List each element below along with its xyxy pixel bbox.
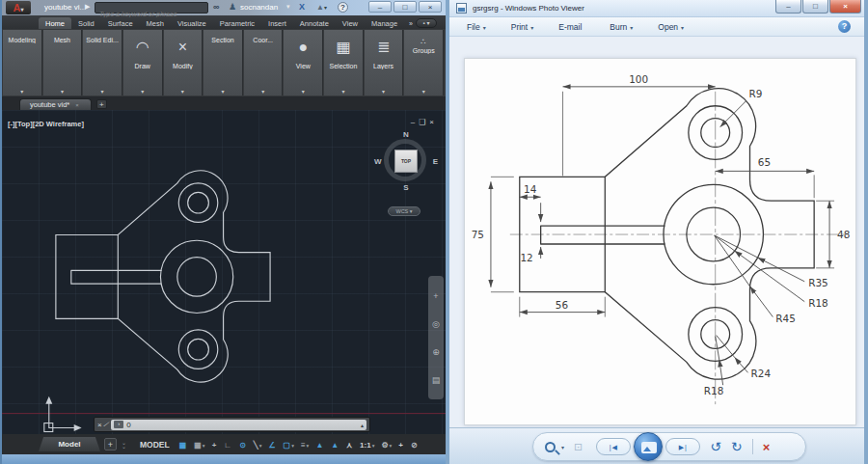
history-up-icon[interactable]: ▴ xyxy=(361,422,364,428)
new-tab-button[interactable]: + xyxy=(96,99,107,109)
close-button[interactable]: × xyxy=(419,1,442,13)
model-tab[interactable]: Model xyxy=(39,437,100,451)
binoculars-icon[interactable]: ∞ xyxy=(213,2,219,12)
status-toggle-icon[interactable]: + xyxy=(398,440,404,450)
ribbon-tab[interactable]: Annotate xyxy=(293,17,336,29)
chevron-down-icon[interactable]: ▾ xyxy=(20,88,23,95)
status-toggle-icon[interactable]: ▲ xyxy=(331,440,339,450)
command-line[interactable]: × ∕ › 0 ▴ xyxy=(94,417,370,432)
chevron-down-icon[interactable]: ▾ xyxy=(141,88,144,95)
next-button[interactable]: ▶| xyxy=(665,438,700,455)
chevron-down-icon[interactable]: ▾ xyxy=(341,88,344,95)
app-menu-button[interactable]: A▾ xyxy=(6,1,31,14)
status-toggle-icon[interactable]: ≡▾ xyxy=(301,440,309,450)
viewcube-east[interactable]: E xyxy=(433,157,438,166)
viewcube-north[interactable]: N xyxy=(403,130,409,139)
chevron-down-icon[interactable]: ▾ xyxy=(222,88,225,95)
status-toggle-icon[interactable]: ▲ xyxy=(315,440,324,450)
wcs-dropdown[interactable]: WCS ▾ xyxy=(388,206,420,216)
exchange-apps-icon[interactable]: X xyxy=(299,2,305,12)
chevron-down-icon[interactable]: ▾ xyxy=(561,444,564,450)
ribbon-tab[interactable]: Surface xyxy=(101,17,140,29)
nav-tool-icon[interactable]: + xyxy=(433,291,438,301)
ribbon-panel[interactable]: Coor... ▾ xyxy=(244,30,284,96)
ribbon-panel[interactable]: ▦ Selection ▾ xyxy=(324,30,364,96)
ribbon-tab[interactable]: View xyxy=(336,17,365,29)
status-toggle-icon[interactable]: + xyxy=(212,440,218,450)
chevron-down-icon[interactable]: ▾ xyxy=(261,88,264,95)
ribbon-tab[interactable]: Mesh xyxy=(140,17,171,29)
new-layout-button[interactable]: + xyxy=(104,438,117,450)
status-toggle-icon[interactable]: ╲▾ xyxy=(254,440,262,450)
viewport-window-controls[interactable]: –❑× xyxy=(411,118,438,126)
zoom-icon[interactable] xyxy=(545,442,556,452)
slideshow-button[interactable] xyxy=(634,432,663,461)
communication-center-icon[interactable]: ▲▾ xyxy=(316,3,327,12)
layout-list-icon[interactable]: ⌄⌄ xyxy=(122,441,126,449)
ribbon-tab[interactable]: Parametric xyxy=(213,17,261,29)
ribbon-panel[interactable]: × Modify ▾ xyxy=(164,30,203,96)
ribbon-tab[interactable]: Home xyxy=(39,17,71,29)
drawing-viewport[interactable]: [-][Top][2D Wireframe] –❑× N S W E TOP W… xyxy=(2,110,446,434)
rotate-ccw-icon[interactable]: ↺ xyxy=(710,440,721,453)
wrench-icon[interactable]: ∕ xyxy=(104,420,109,429)
chevron-down-icon[interactable]: ▾ xyxy=(61,88,64,95)
status-toggle-icon[interactable]: 1:1▾ xyxy=(360,440,374,450)
command-input[interactable]: › 0 ▴ xyxy=(111,420,366,430)
status-toggle-icon[interactable]: ▦▾ xyxy=(194,440,204,450)
delete-button[interactable]: × xyxy=(763,440,771,454)
ribbon-tab[interactable]: Visualize xyxy=(171,17,213,29)
status-toggle-icon[interactable]: ∠ xyxy=(268,440,276,450)
ribbon-panel[interactable]: ● View ▾ xyxy=(284,30,323,96)
status-toggle-icon[interactable]: ⊙ xyxy=(239,440,247,450)
chevron-down-icon[interactable]: ▾ xyxy=(101,88,104,95)
ribbon-tab[interactable]: Manage xyxy=(365,17,404,29)
chevron-down-icon[interactable]: ▾ xyxy=(181,88,184,95)
signed-in-user[interactable]: socnandan xyxy=(240,3,278,12)
minimize-button[interactable]: – xyxy=(775,0,801,14)
status-toggle-icon[interactable]: ⋏ xyxy=(346,440,353,450)
ribbon-tab[interactable]: Solid xyxy=(71,17,101,29)
status-toggle-icon[interactable]: ∟ xyxy=(224,440,232,450)
status-toggle-icon[interactable]: ▢▾ xyxy=(284,440,294,450)
command-value[interactable]: 0 xyxy=(126,421,358,429)
nav-tool-icon[interactable]: ⊕ xyxy=(432,347,440,357)
ribbon-panel[interactable]: ≣ Layers ▾ xyxy=(365,30,404,96)
menu-item[interactable]: Print▾ xyxy=(511,22,534,32)
model-space-indicator[interactable]: MODEL xyxy=(140,440,170,450)
ribbon-panel[interactable]: Section ▾ xyxy=(203,30,243,96)
chevron-down-icon[interactable]: ▾ xyxy=(302,88,305,95)
status-toggle-icon[interactable]: ▦ xyxy=(179,440,188,450)
menu-item[interactable]: Open▾ xyxy=(658,22,684,32)
chevron-down-icon[interactable]: ▾ xyxy=(382,88,385,95)
search-input[interactable] xyxy=(95,10,207,19)
ribbon-display-toggle[interactable]: ▪ ▾ xyxy=(416,18,437,28)
menu-item[interactable]: File▾ xyxy=(467,22,486,32)
nav-tool-icon[interactable]: ◎ xyxy=(432,319,440,329)
nav-tool-icon[interactable]: ▤ xyxy=(432,375,441,385)
previous-button[interactable]: |◀ xyxy=(596,438,631,455)
menu-item[interactable]: Burn▾ xyxy=(610,22,633,32)
menu-item[interactable]: E-mail xyxy=(558,22,584,32)
ribbon-panel[interactable]: Mesh ▾ xyxy=(43,30,83,96)
close-icon[interactable]: × xyxy=(97,421,102,429)
viewcube-west[interactable]: W xyxy=(374,157,382,166)
status-toggle-icon[interactable]: ⊘ xyxy=(411,440,419,450)
ribbon-panel[interactable]: Solid Edi... ▾ xyxy=(83,30,122,96)
rotate-cw-icon[interactable]: ↻ xyxy=(731,440,743,453)
play-icon[interactable]: ▶ xyxy=(85,3,90,11)
file-tab[interactable]: youtube vid*× xyxy=(19,98,92,110)
maximize-button[interactable]: □ xyxy=(802,0,828,14)
viewcube-south[interactable]: S xyxy=(403,183,408,192)
minimize-button[interactable]: – xyxy=(368,1,392,13)
status-toggle-icon[interactable]: ⚙▾ xyxy=(381,440,392,450)
ribbon-panel[interactable]: Modeling ▾ xyxy=(3,30,42,96)
viewport-label[interactable]: [-][Top][2D Wireframe] xyxy=(8,120,84,128)
ribbon-panel[interactable]: ∴ Groups ▾ xyxy=(404,30,444,96)
navigation-bar[interactable]: +◎⊕▤ xyxy=(428,276,444,399)
close-icon[interactable]: × xyxy=(75,102,79,108)
ribbon-panel[interactable]: ◠ Draw ▾ xyxy=(123,30,163,96)
help-icon[interactable]: ? xyxy=(838,20,851,33)
ribbon-tab[interactable]: Insert xyxy=(261,17,293,29)
viewcube[interactable]: N S W E TOP xyxy=(378,133,434,189)
